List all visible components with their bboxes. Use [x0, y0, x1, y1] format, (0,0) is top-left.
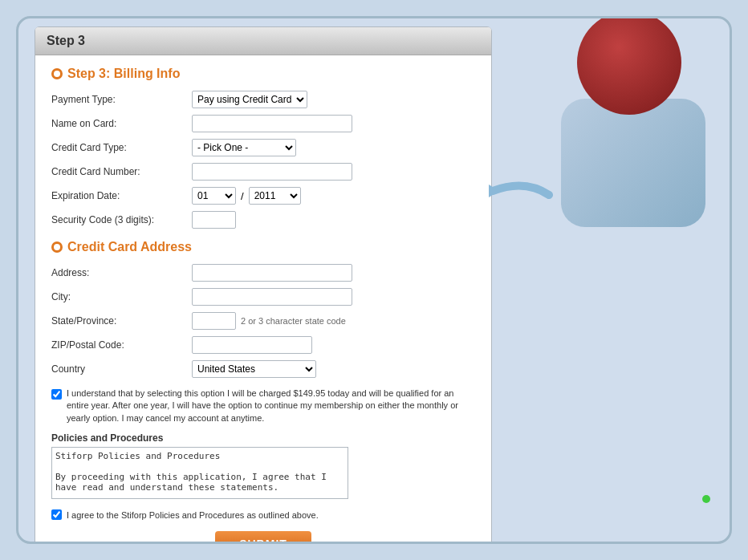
- policies-title: Policies and Procedures: [51, 432, 475, 444]
- payment-type-label: Payment Type:: [51, 94, 192, 105]
- payment-type-select[interactable]: Pay using Credit Card: [192, 91, 307, 108]
- expiry-month-select[interactable]: 010203 040506 070809 101112: [192, 187, 236, 205]
- address-row: Address:: [51, 264, 475, 282]
- terms-checkbox-row: I understand that by selecting this opti…: [51, 388, 475, 424]
- policies-section: Policies and Procedures Stiforp Policies…: [51, 432, 475, 501]
- policies-textarea[interactable]: Stiforp Policies and Procedures By proce…: [51, 447, 348, 499]
- cc-address-title: Credit Card Address: [51, 240, 475, 254]
- name-on-card-row: Name on Card:: [51, 115, 475, 132]
- agree-checkbox[interactable]: [51, 509, 62, 520]
- state-label: State/Province:: [51, 315, 192, 327]
- expiry-label: Expiration Date:: [51, 190, 192, 201]
- address-input[interactable]: [192, 264, 352, 282]
- green-dot: [702, 495, 710, 503]
- name-on-card-label: Name on Card:: [51, 118, 192, 129]
- expiry-separator: /: [241, 190, 244, 202]
- zip-input[interactable]: [192, 336, 312, 354]
- cc-number-row: Credit Card Number:: [51, 163, 475, 181]
- state-note: 2 or 3 character state code: [241, 316, 346, 326]
- cc-type-label: Credit Card Type:: [51, 142, 192, 153]
- outer-container: Step 3 Step 3: Billing Info Payment Type…: [16, 16, 732, 544]
- step-header: Step 3: [35, 27, 491, 55]
- form-body: Step 3: Billing Info Payment Type: Pay u…: [35, 55, 491, 544]
- country-select[interactable]: United States Canada United Kingdom Aust…: [192, 360, 316, 378]
- zip-row: ZIP/Postal Code:: [51, 336, 475, 354]
- expiry-year-select[interactable]: 201120122013 201420152016 201720182019 2…: [249, 187, 301, 205]
- expiry-row: Expiration Date: 010203 040506 070809 10…: [51, 187, 475, 205]
- agree-row: I agree to the Stiforp Policies and Proc…: [51, 509, 475, 520]
- state-row: State/Province: 2 or 3 character state c…: [51, 312, 475, 330]
- deco-arrow: [485, 175, 557, 215]
- cc-address-section: Credit Card Address Address: City: S: [51, 240, 475, 378]
- name-on-card-input[interactable]: [192, 115, 352, 132]
- city-label: City:: [51, 291, 192, 302]
- city-input[interactable]: [192, 288, 352, 306]
- security-code-label: Security Code (3 digits):: [51, 214, 192, 225]
- billing-section-title: Step 3: Billing Info: [51, 67, 475, 81]
- step-header-title: Step 3: [47, 34, 85, 47]
- bullet-icon: [51, 68, 63, 79]
- agree-text: I agree to the Stiforp Policies and Proc…: [67, 510, 319, 520]
- expiry-controls: 010203 040506 070809 101112 / 2011201220…: [192, 187, 301, 205]
- cc-bullet-icon: [51, 241, 63, 253]
- country-row: Country United States Canada United King…: [51, 360, 475, 378]
- terms-text: I understand that by selecting this opti…: [67, 388, 475, 424]
- submit-button[interactable]: SUBMIT: [215, 531, 311, 544]
- zip-label: ZIP/Postal Code:: [51, 339, 192, 351]
- form-panel: Step 3 Step 3: Billing Info Payment Type…: [35, 26, 492, 544]
- deco-blue-rect: [561, 99, 705, 227]
- address-label: Address:: [51, 267, 192, 278]
- cc-number-label: Credit Card Number:: [51, 166, 192, 177]
- state-input[interactable]: [192, 312, 236, 330]
- terms-checkbox[interactable]: [51, 389, 62, 400]
- city-row: City:: [51, 288, 475, 306]
- cc-type-row: Credit Card Type: - Pick One - Visa Mast…: [51, 139, 475, 156]
- cc-type-select[interactable]: - Pick One - Visa Mastercard Amex: [192, 139, 296, 156]
- payment-type-row: Payment Type: Pay using Credit Card: [51, 91, 475, 108]
- country-label: Country: [51, 363, 192, 375]
- submit-row: SUBMIT: [51, 531, 475, 544]
- security-code-input[interactable]: [192, 211, 236, 229]
- cc-number-input[interactable]: [192, 163, 352, 181]
- security-code-row: Security Code (3 digits):: [51, 211, 475, 229]
